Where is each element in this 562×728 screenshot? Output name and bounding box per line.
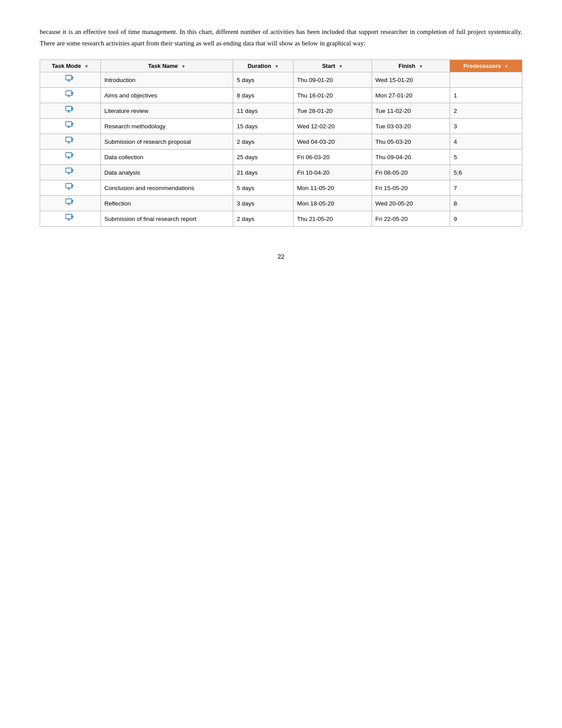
finish-cell: Wed 20-05-20	[372, 196, 450, 211]
predecessors-cell: 7	[450, 180, 522, 196]
table-row: Conclusion and recommendations5 daysMon …	[40, 180, 522, 196]
start-cell: Wed 04-03-20	[293, 134, 372, 149]
svg-rect-36	[66, 214, 72, 219]
start-cell: Thu 09-01-20	[293, 72, 372, 88]
predecessors-cell: 5	[450, 149, 522, 165]
task-mode-icon	[65, 137, 75, 146]
table-row: Reflection3 daysMon 18-05-20Wed 20-05-20…	[40, 196, 522, 211]
task-name-sort-icon[interactable]: ▼	[181, 64, 186, 69]
duration-cell: 2 days	[233, 211, 294, 227]
task-name-cell: Conclusion and recommendations	[100, 180, 233, 196]
predecessors-cell: 4	[450, 134, 522, 149]
start-cell: Thu 21-05-20	[293, 211, 372, 227]
start-cell: Tue 28-01-20	[293, 103, 372, 119]
task-mode-icon	[65, 214, 75, 224]
start-cell: Mon 11-05-20	[293, 180, 372, 196]
start-cell: Fri 10-04-20	[293, 165, 372, 180]
svg-rect-32	[66, 199, 72, 203]
finish-sort-icon[interactable]: ▼	[419, 64, 423, 69]
task-mode-icon	[65, 168, 75, 177]
task-name-cell: Literature review	[100, 103, 233, 119]
predecessors-cell: 5,6	[450, 165, 522, 180]
task-name-cell: Introduction	[100, 72, 233, 88]
task-mode-cell	[40, 88, 101, 103]
task-name-cell: Submission of final research report	[100, 211, 233, 227]
start-cell: Mon 18-05-20	[293, 196, 372, 211]
duration-cell: 2 days	[233, 134, 294, 149]
task-mode-cell	[40, 134, 101, 149]
task-mode-cell	[40, 149, 101, 165]
duration-cell: 25 days	[233, 149, 294, 165]
task-mode-sort-icon[interactable]: ▼	[84, 64, 89, 69]
table-row: Submission of final research report2 day…	[40, 211, 522, 227]
task-mode-icon	[65, 121, 75, 131]
svg-rect-0	[66, 75, 72, 80]
task-mode-cell	[40, 165, 101, 180]
th-start[interactable]: Start ▼	[293, 60, 372, 72]
th-predecessors[interactable]: Predecessors ▼	[450, 60, 522, 72]
predecessors-cell: 2	[450, 103, 522, 119]
task-name-cell: Data analysis	[100, 165, 233, 180]
gantt-table: Task Mode ▼ Task Name ▼ Duration ▼ Start…	[40, 60, 522, 227]
task-mode-icon	[65, 152, 75, 162]
finish-cell: Fri 08-05-20	[372, 165, 450, 180]
th-duration[interactable]: Duration ▼	[233, 60, 294, 72]
task-mode-cell	[40, 196, 101, 211]
svg-rect-28	[66, 183, 72, 188]
task-mode-icon	[65, 106, 75, 116]
svg-rect-16	[66, 137, 72, 142]
predecessors-cell: 8	[450, 196, 522, 211]
table-row: Submission of research proposal2 daysWed…	[40, 134, 522, 149]
predecessors-cell: 3	[450, 119, 522, 134]
finish-cell: Tue 11-02-20	[372, 103, 450, 119]
page-number: 22	[40, 253, 522, 260]
task-name-cell: Submission of research proposal	[100, 134, 233, 149]
task-name-cell: Reflection	[100, 196, 233, 211]
finish-cell: Wed 15-01-20	[372, 72, 450, 88]
table-row: Research methodology15 daysWed 12-02-20T…	[40, 119, 522, 134]
svg-rect-20	[66, 153, 72, 157]
intro-paragraph: because it is an effective tool of time …	[40, 26, 522, 49]
task-name-cell: Data collection	[100, 149, 233, 165]
task-mode-cell	[40, 119, 101, 134]
finish-cell: Fri 15-05-20	[372, 180, 450, 196]
duration-sort-icon[interactable]: ▼	[275, 64, 279, 69]
task-mode-cell	[40, 103, 101, 119]
table-row: Literature review11 daysTue 28-01-20Tue …	[40, 103, 522, 119]
task-mode-icon	[65, 75, 75, 85]
duration-cell: 8 days	[233, 88, 294, 103]
finish-cell: Thu 05-03-20	[372, 134, 450, 149]
task-mode-icon	[65, 90, 75, 100]
finish-cell: Mon 27-01-20	[372, 88, 450, 103]
finish-cell: Fri 22-05-20	[372, 211, 450, 227]
task-mode-icon	[65, 183, 75, 193]
th-finish[interactable]: Finish ▼	[372, 60, 450, 72]
predecessors-cell: 1	[450, 88, 522, 103]
duration-cell: 15 days	[233, 119, 294, 134]
predecessors-cell: 9	[450, 211, 522, 227]
task-mode-cell	[40, 180, 101, 196]
task-mode-cell	[40, 72, 101, 88]
th-task-mode[interactable]: Task Mode ▼	[40, 60, 101, 72]
table-row: Data analysis21 daysFri 10-04-20Fri 08-0…	[40, 165, 522, 180]
task-mode-icon	[65, 198, 75, 208]
duration-cell: 11 days	[233, 103, 294, 119]
table-row: Introduction5 daysThu 09-01-20Wed 15-01-…	[40, 72, 522, 88]
predecessors-cell	[450, 72, 522, 88]
duration-cell: 3 days	[233, 196, 294, 211]
table-row: Data collection25 daysFri 06-03-20Thu 09…	[40, 149, 522, 165]
start-cell: Wed 12-02-20	[293, 119, 372, 134]
task-name-cell: Research methodology	[100, 119, 233, 134]
task-mode-cell	[40, 211, 101, 227]
svg-rect-12	[66, 122, 72, 126]
start-cell: Thu 16-01-20	[293, 88, 372, 103]
duration-cell: 5 days	[233, 180, 294, 196]
finish-cell: Tue 03-03-20	[372, 119, 450, 134]
th-task-name[interactable]: Task Name ▼	[100, 60, 233, 72]
duration-cell: 21 days	[233, 165, 294, 180]
duration-cell: 5 days	[233, 72, 294, 88]
predecessors-sort-icon[interactable]: ▼	[504, 64, 509, 69]
svg-rect-24	[66, 168, 72, 172]
finish-cell: Thu 09-04-20	[372, 149, 450, 165]
start-sort-icon[interactable]: ▼	[339, 64, 343, 69]
